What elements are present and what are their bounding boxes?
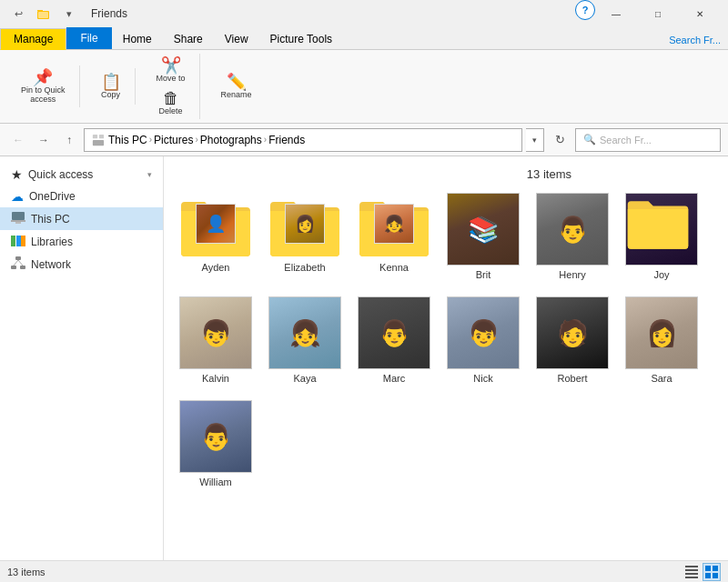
ribbon-rename-btn[interactable]: ✏️ Rename [215, 70, 258, 103]
maximize-button[interactable]: □ [637, 0, 679, 27]
file-name-henry: Henry [559, 269, 585, 280]
ribbon-group-open: ✏️ Rename [207, 68, 266, 105]
libraries-icon [11, 234, 25, 249]
svg-rect-23 [705, 573, 711, 578]
qat-new-folder[interactable] [33, 3, 55, 25]
file-item-brit[interactable]: 📚 Brit [442, 188, 524, 285]
help-button[interactable]: ? [575, 0, 595, 20]
photo-henry: 👨 [536, 193, 609, 266]
sidebar-item-libraries[interactable]: Libraries [0, 230, 163, 253]
svg-rect-0 [37, 10, 43, 11]
search-ribbon-btn[interactable]: Search Fr... [662, 31, 728, 49]
item-count-label: 13 items [527, 167, 571, 181]
sidebar-item-quick-access[interactable]: ★ Quick access ▾ [0, 164, 163, 186]
file-item-extra-folder[interactable] [617, 188, 699, 256]
svg-rect-14 [20, 266, 25, 269]
file-item-ayden[interactable]: 👤 Ayden [175, 188, 257, 285]
sidebar-item-onedrive[interactable]: ☁ OneDrive [0, 186, 163, 207]
svg-rect-5 [99, 134, 104, 137]
title-bar: ↩ ▾ Friends ? — □ ✕ [0, 0, 728, 27]
svg-rect-8 [15, 222, 21, 224]
title-bar-controls: ? — □ ✕ [575, 0, 721, 27]
photo-robert: 🧑 [536, 296, 609, 369]
ribbon-pin-btn[interactable]: 📌 Pin to Quick access [15, 65, 72, 107]
nav-forward-button[interactable]: → [33, 129, 55, 151]
photo-nick: 👦 [447, 296, 520, 369]
file-item-kaya[interactable]: 👧 Kaya [264, 292, 346, 388]
file-name-nick: Nick [473, 373, 492, 384]
svg-rect-24 [713, 573, 718, 578]
file-item-kenna[interactable]: 👧 Kenna [353, 188, 435, 285]
view-large-icons-button[interactable] [703, 563, 721, 581]
breadcrumb-friends[interactable]: Friends [268, 134, 305, 146]
photo-kaya: 👧 [268, 296, 341, 369]
sidebar-item-this-pc[interactable]: This PC [0, 207, 163, 230]
svg-rect-9 [11, 236, 15, 246]
file-grid: 👤 Ayden 👩 Elizabeth [175, 188, 717, 549]
svg-rect-21 [705, 566, 711, 571]
file-name-william: William [199, 477, 231, 487]
file-name-kenna: Kenna [379, 262, 409, 273]
address-bar[interactable]: This PC › Pictures › Photographs › Frien… [84, 128, 522, 152]
breadcrumb-pictures[interactable]: Pictures [154, 134, 193, 146]
svg-line-15 [14, 260, 18, 266]
ribbon-group-organize: 📋 Copy [87, 68, 136, 105]
ribbon-group-clipboard: 📌 Pin to Quick access [7, 65, 80, 107]
tab-share[interactable]: Share [163, 29, 214, 49]
file-item-robert[interactable]: 🧑 Robert [531, 292, 613, 388]
file-item-william[interactable]: 👨 William [175, 396, 257, 492]
svg-rect-4 [93, 140, 104, 146]
close-button[interactable]: ✕ [679, 0, 721, 27]
file-name-marc: Marc [383, 373, 405, 384]
tab-picture-tools[interactable]: Picture Tools [259, 29, 343, 49]
status-bar: 13 items [0, 560, 728, 582]
qat-more[interactable]: ▾ [58, 3, 80, 25]
sidebar-item-network[interactable]: Network [0, 253, 163, 276]
photo-brit: 📚 [447, 193, 520, 266]
nav-up-button[interactable]: ↑ [58, 129, 80, 151]
folder-kenna-icon: 👧 [358, 193, 430, 258]
file-item-henry[interactable]: 👨 Henry [531, 188, 613, 285]
view-details-button[interactable] [682, 563, 701, 581]
photo-william: 👨 [179, 400, 252, 473]
this-pc-icon [11, 211, 25, 226]
file-name-kalvin: Kalvin [202, 373, 229, 384]
refresh-button[interactable]: ↻ [548, 128, 571, 152]
photo-marc: 👨 [358, 296, 430, 369]
file-name-ayden: Ayden [202, 262, 230, 273]
svg-rect-6 [12, 212, 25, 220]
svg-rect-20 [685, 577, 698, 578]
view-buttons [682, 563, 721, 581]
file-item-marc[interactable]: 👨 Marc [353, 292, 435, 388]
main-area: ★ Quick access ▾ ☁ OneDrive This PC Libr… [0, 156, 728, 560]
sidebar-label-this-pc: This PC [31, 213, 70, 226]
tab-home[interactable]: Home [112, 29, 163, 49]
sidebar-label-quick-access: Quick access [28, 168, 93, 181]
ribbon-move-btn[interactable]: ✂️ Move to [150, 54, 192, 86]
address-dropdown-button[interactable]: ▾ [526, 128, 544, 152]
extra-folder-icon [626, 193, 690, 251]
minimize-button[interactable]: — [595, 0, 637, 27]
nav-back-button[interactable]: ← [7, 129, 29, 151]
breadcrumb-photographs[interactable]: Photographs [200, 134, 262, 146]
tab-view[interactable]: View [214, 29, 259, 49]
ribbon-copy-btn[interactable]: 📋 Copy [95, 70, 127, 103]
nav-bar: ← → ↑ This PC › Pictures › Photographs ›… [0, 124, 728, 156]
tab-file[interactable]: File [66, 27, 111, 49]
content-area: 13 items 👤 Ayden [164, 156, 728, 560]
svg-rect-7 [11, 220, 25, 222]
file-item-kalvin[interactable]: 👦 Kalvin [175, 292, 257, 388]
tab-manage[interactable]: Manage [0, 28, 66, 50]
ribbon-delete-btn[interactable]: 🗑 Delete [153, 86, 189, 119]
file-item-elizabeth[interactable]: 👩 Elizabeth [264, 188, 346, 285]
svg-rect-13 [11, 266, 16, 269]
svg-rect-22 [713, 566, 718, 571]
qat-undo[interactable]: ↩ [7, 3, 29, 25]
search-box[interactable]: 🔍 Search Fr... [575, 128, 721, 152]
status-item-count: 13 items [7, 567, 46, 577]
breadcrumb-thispc[interactable]: This PC [108, 134, 147, 146]
file-item-nick[interactable]: 👦 Nick [442, 292, 524, 388]
quick-access-icon: ★ [11, 167, 23, 182]
svg-rect-2 [38, 12, 48, 18]
file-item-sara[interactable]: 👩 Sara [621, 292, 703, 388]
